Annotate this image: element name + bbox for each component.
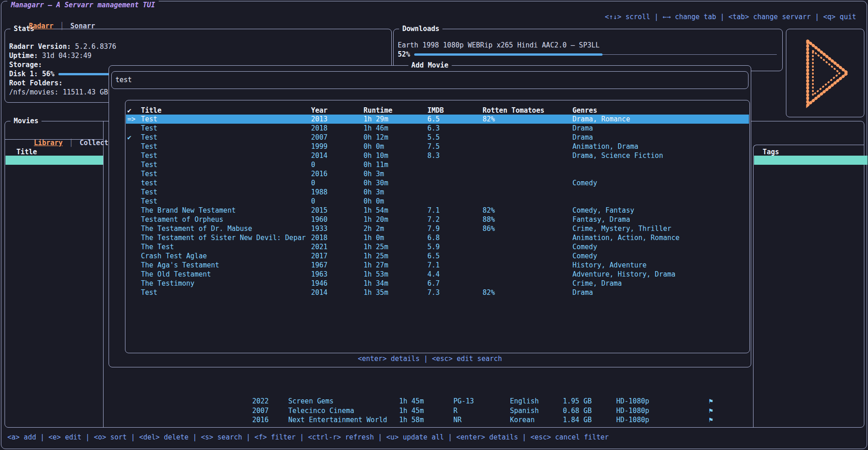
movie-list-item[interactable]: Lights Out bbox=[5, 369, 103, 378]
movie-search-field bbox=[111, 71, 748, 89]
result-genres: Drama bbox=[572, 288, 593, 297]
result-imdb: 7.9 bbox=[427, 224, 440, 233]
search-result-row[interactable]: The Brand New Testament 2015 1h 54m 7.1 … bbox=[126, 206, 749, 215]
library-table-row[interactable]: 2016 Next Entertainment World 1h 58m NR … bbox=[5, 415, 863, 424]
movie-list-item[interactable]: Sinister bbox=[5, 285, 103, 294]
movie-list-item[interactable]: A Quiet Place Part II bbox=[5, 267, 103, 276]
version-label: Radarr Version: bbox=[9, 42, 71, 51]
download-progress-gauge bbox=[414, 50, 777, 59]
movie-list-item[interactable]: Sinister 2 bbox=[5, 295, 103, 304]
search-input[interactable] bbox=[115, 72, 740, 87]
tab-library[interactable]: Library bbox=[34, 139, 62, 147]
movie-language: English bbox=[510, 397, 539, 406]
movie-list-item[interactable]: Misery bbox=[5, 360, 103, 369]
result-runtime: 0h 10m bbox=[364, 151, 388, 160]
movie-list-item[interactable]: Life bbox=[5, 230, 103, 239]
movie-language: Spanish bbox=[510, 406, 539, 415]
movie-list-item[interactable]: Alien bbox=[5, 220, 103, 230]
download-percent: 52% bbox=[398, 50, 410, 59]
movie-list-item[interactable]: The Thing bbox=[5, 211, 103, 220]
search-result-row[interactable]: Crash Test Aglae 2017 1h 25m 6.5 Comedy bbox=[126, 251, 749, 261]
add-movie-modal-title: Add Movie bbox=[408, 61, 452, 70]
result-genres: Crime, Drama bbox=[572, 279, 622, 288]
movie-list-item[interactable]: The Conjuring bbox=[5, 165, 103, 174]
search-result-row[interactable]: The Testament of Sister New Devil: Depar… bbox=[126, 233, 749, 242]
search-result-row[interactable]: The Testimony 1946 1h 34m 6.7 Crime, Dra… bbox=[126, 279, 749, 288]
movie-list-item[interactable]: The Girl with All the bbox=[5, 387, 103, 397]
result-runtime: 0h 3m bbox=[364, 188, 384, 197]
movie-list-item[interactable]: Ma bbox=[5, 323, 103, 332]
result-title: The Old Testament bbox=[141, 270, 310, 279]
search-result-row[interactable]: Test 1999 0h 0m 7.5 Animation, Drama bbox=[126, 142, 749, 151]
search-result-row[interactable]: The Aga's Testament 1967 1h 27m 7.1 Hist… bbox=[126, 261, 749, 270]
result-year: 2016 bbox=[311, 169, 327, 178]
tab-sonarr[interactable]: Sonarr bbox=[70, 22, 95, 30]
movie-list-item[interactable]: mother! bbox=[5, 332, 103, 341]
result-imdb: 6.5 bbox=[427, 115, 440, 124]
movie-list-item[interactable]: => Dune bbox=[5, 156, 103, 165]
result-title: Test bbox=[141, 169, 310, 178]
result-imdb: 7.3 bbox=[427, 288, 440, 297]
movie-list-item[interactable]: The Conjuring 2 bbox=[5, 174, 103, 183]
bottom-keybind-hints: <a> add | <e> edit | <o> sort | <del> de… bbox=[7, 433, 609, 442]
result-imdb: 5.9 bbox=[427, 242, 440, 251]
search-result-row[interactable]: Test 1988 0h 3m bbox=[126, 188, 749, 197]
result-year: 1967 bbox=[311, 261, 327, 270]
movie-list-item[interactable]: 1408 bbox=[5, 378, 103, 387]
movie-list-item[interactable]: Slender Man bbox=[5, 313, 103, 322]
movie-list-item[interactable]: Inception bbox=[5, 193, 103, 202]
search-result-row[interactable]: The Testament of Dr. Mabuse 1933 2h 2m 7… bbox=[126, 224, 749, 233]
library-tabbar: Library│Collections bbox=[9, 129, 125, 138]
monitored-flag-icon: ⚑ bbox=[709, 397, 713, 406]
search-result-row[interactable]: Test 2014 0h 10m 8.3 Drama, Science Fict… bbox=[126, 151, 749, 160]
title-column-header: Title bbox=[16, 147, 37, 157]
monitored-flag-icon: ⚑ bbox=[709, 415, 713, 424]
movie-list-item[interactable]: Gone with the Wind bbox=[5, 248, 103, 257]
search-result-row[interactable]: Test 2014 1h 35m 7.3 82% Drama bbox=[126, 288, 749, 297]
result-year: 2017 bbox=[311, 251, 327, 261]
result-genres: Animation, Drama bbox=[572, 142, 639, 151]
movie-list-item[interactable]: Nope bbox=[5, 239, 103, 248]
uptime-line: Uptime: 31d 04:32:49 bbox=[9, 51, 387, 60]
disk-percent: 56% bbox=[42, 69, 54, 78]
search-result-row[interactable]: test 0 0h 30m Comedy bbox=[126, 178, 749, 188]
tags-column-pane bbox=[753, 145, 864, 427]
movie-list-item[interactable]: The Martian bbox=[5, 202, 103, 211]
search-result-row[interactable]: Test 2016 0h 3m bbox=[126, 169, 749, 178]
movie-list-item[interactable]: A Quiet Place bbox=[5, 258, 103, 267]
result-title: Crash Test Aglae bbox=[141, 251, 310, 261]
movie-size: 1.84 GB bbox=[563, 415, 592, 424]
search-result-row[interactable]: The Test 2021 1h 25m 5.9 Comedy bbox=[126, 242, 749, 251]
result-runtime: 0h 0m bbox=[364, 197, 384, 206]
movie-list-item[interactable]: Incantation bbox=[5, 341, 103, 350]
result-year: 1946 bbox=[311, 279, 327, 288]
search-result-row[interactable]: Testament of Orpheus 1960 1h 20m 7.2 88%… bbox=[126, 215, 749, 224]
search-result-row[interactable]: => Test 2013 1h 29m 6.5 82% Drama, Roman… bbox=[126, 115, 749, 124]
search-result-row[interactable]: The Old Testament 1963 1h 53m 4.4 Advent… bbox=[126, 270, 749, 279]
tab-radarr[interactable]: Radarr bbox=[29, 22, 53, 30]
movie-list-item[interactable]: The Witch bbox=[5, 276, 103, 285]
movie-list-item[interactable]: Us bbox=[5, 304, 103, 313]
result-runtime: 2h 2m bbox=[364, 224, 384, 233]
movie-list-item[interactable]: The Conjuring: The De bbox=[5, 183, 103, 193]
result-year: 2018 bbox=[311, 124, 327, 133]
storage-label: Storage: bbox=[9, 60, 42, 69]
movie-certification: R bbox=[453, 406, 457, 415]
downloads-panel-title: Downloads bbox=[399, 24, 442, 33]
column-header-rotten-tomatoes: Rotten Tomatoes bbox=[483, 106, 544, 115]
library-table-row[interactable]: 2007 Telecinco Cinema 1h 45m R Spanish 0… bbox=[5, 406, 863, 415]
result-imdb: 6.7 bbox=[427, 279, 440, 288]
search-result-row[interactable]: Test 0 0h 11m bbox=[126, 160, 749, 169]
search-result-row[interactable]: Test 2018 1h 46m 6.3 Drama bbox=[126, 124, 749, 133]
search-result-row[interactable]: ✔ Test 2007 0h 12m 5.5 Drama bbox=[126, 133, 749, 142]
result-genres: History, Adventure bbox=[572, 261, 647, 270]
movie-list-item[interactable]: Firestarter bbox=[5, 351, 103, 360]
search-result-row[interactable]: Test 0 0h 0m bbox=[126, 197, 749, 206]
result-genres: Adventure, History, Drama bbox=[572, 270, 676, 279]
library-table-row[interactable]: 2022 Screen Gems 1h 45m PG-13 English 1.… bbox=[5, 397, 863, 406]
result-title: The Testimony bbox=[141, 279, 310, 288]
movie-quality: HD-1080p bbox=[616, 415, 649, 424]
result-runtime: 0h 12m bbox=[364, 133, 388, 142]
app-title: Managarr – A Servarr management TUI bbox=[7, 0, 159, 10]
result-imdb: 6.8 bbox=[427, 233, 440, 242]
